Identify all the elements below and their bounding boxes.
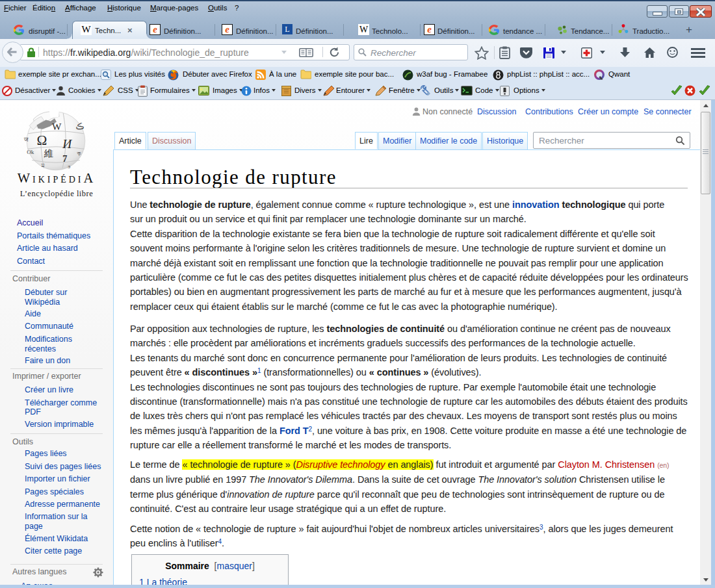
svg-text:Ok: Ok [27, 149, 34, 155]
svg-text:Ω: Ω [36, 133, 47, 148]
svg-text:W: W [52, 121, 62, 132]
svg-text:7: 7 [62, 153, 67, 164]
svg-text:ज: ज [23, 136, 29, 143]
svg-text:ক: ক [77, 150, 81, 157]
svg-text:維: 維 [44, 148, 53, 159]
svg-text:И: И [62, 137, 72, 151]
svg-text:ע: ע [42, 162, 45, 168]
svg-text:ϧ: ϧ [68, 163, 70, 170]
svg-text:ڪ: ڪ [76, 121, 84, 131]
